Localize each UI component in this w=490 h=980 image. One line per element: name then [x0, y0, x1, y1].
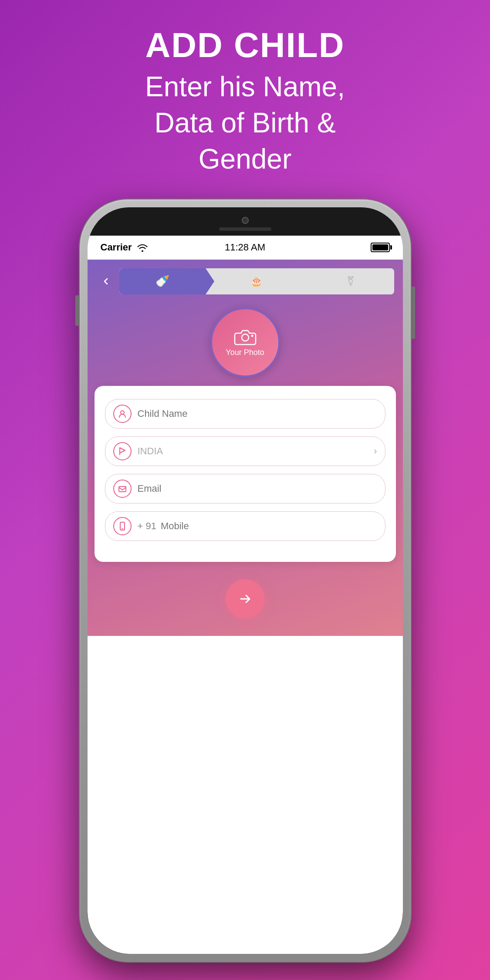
- flag-icon: [113, 442, 132, 460]
- svg-rect-5: [119, 487, 126, 492]
- tab-arrow-1: [206, 268, 214, 294]
- email-input[interactable]: [138, 483, 377, 494]
- birthday-icon: 🎂: [250, 276, 262, 287]
- speaker-camera: [219, 217, 271, 231]
- battery-icon: [371, 243, 390, 252]
- back-button[interactable]: [96, 271, 116, 291]
- carrier-label: Carrier: [101, 242, 132, 253]
- country-field[interactable]: ›: [105, 436, 385, 466]
- tab-birthday[interactable]: 🎂: [213, 268, 300, 294]
- camera-dot: [242, 217, 249, 224]
- next-button[interactable]: [226, 579, 265, 618]
- phone-icon: [113, 517, 132, 535]
- page-subtitle: Enter his Name,Data of Birth &Gender: [115, 69, 376, 178]
- camera-icon: [234, 327, 257, 346]
- app-content: 🍼 🎂: [88, 260, 403, 636]
- svg-marker-3: [120, 448, 125, 453]
- header-section: ADD CHILD Enter his Name,Data of Birth &…: [80, 26, 411, 178]
- phone-prefix: + 91: [138, 520, 156, 532]
- photo-label: Your Photo: [226, 348, 264, 357]
- photo-section: Your Photo: [88, 308, 403, 377]
- chevron-right-icon: ›: [374, 446, 377, 457]
- phone-top-bar: [88, 207, 403, 242]
- tab-baby[interactable]: 🍼: [119, 268, 206, 294]
- power-button: [412, 287, 415, 339]
- tab-gender[interactable]: ⚧: [308, 268, 394, 294]
- svg-point-2: [121, 411, 124, 414]
- svg-point-0: [242, 334, 249, 341]
- page-background: ADD CHILD Enter his Name,Data of Birth &…: [80, 0, 411, 962]
- volume-button: [75, 295, 79, 326]
- mobile-field[interactable]: + 91: [105, 511, 385, 541]
- form-card: ›: [95, 386, 396, 562]
- email-field[interactable]: [105, 474, 385, 504]
- person-icon: [113, 405, 132, 423]
- phone-inner: Carrier 11:28 AM: [88, 207, 403, 954]
- mobile-input[interactable]: [161, 520, 377, 532]
- photo-upload-button[interactable]: Your Photo: [210, 308, 280, 377]
- tab-arrow-2: [300, 268, 308, 294]
- phone-mockup: Carrier 11:28 AM: [80, 199, 411, 962]
- child-name-input[interactable]: [138, 408, 377, 419]
- phone-screen: Carrier 11:28 AM: [88, 236, 403, 954]
- country-input[interactable]: [138, 446, 374, 457]
- phone-outer-shell: Carrier 11:28 AM: [80, 199, 411, 962]
- status-time: 11:28 AM: [225, 242, 265, 253]
- next-button-container: [88, 579, 403, 636]
- baby-icon: 🍼: [155, 274, 169, 288]
- gender-icon: ⚧: [347, 276, 355, 287]
- wifi-icon: [136, 243, 149, 252]
- page-title: ADD CHILD: [115, 26, 376, 64]
- speaker-bar: [219, 227, 271, 231]
- status-left: Carrier: [101, 242, 149, 253]
- email-icon: [113, 480, 132, 498]
- battery-fill: [372, 244, 388, 250]
- svg-point-1: [251, 335, 253, 337]
- progress-tabs: 🍼 🎂: [119, 268, 394, 294]
- step-tabs-row: 🍼 🎂: [96, 268, 394, 294]
- child-name-field[interactable]: [105, 399, 385, 429]
